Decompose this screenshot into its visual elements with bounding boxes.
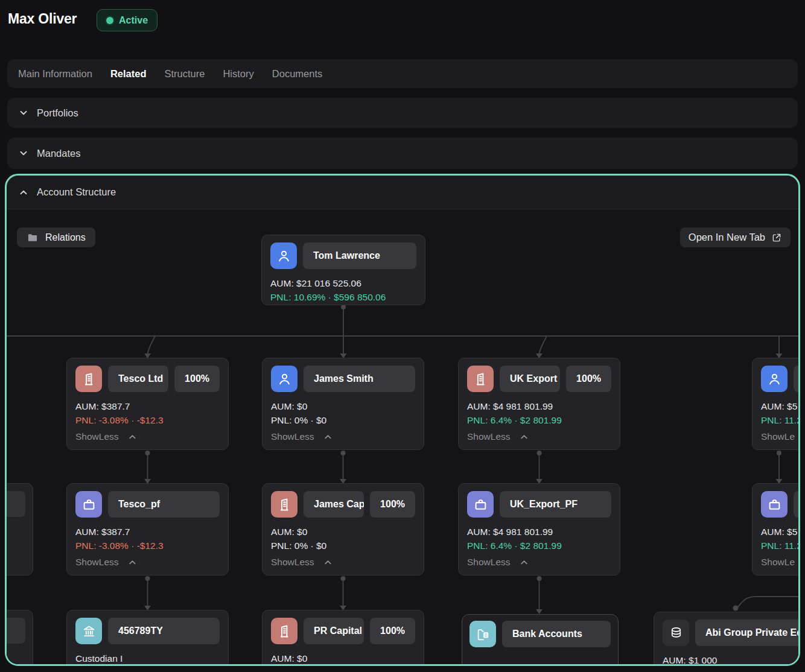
panel-portfolios-label: Portfolios [37,107,78,119]
tree-node-abi-group[interactable]: Abi Group Private Eq..AUM: $1 000 [654,612,798,665]
node-pnl: PNL: 6.4% · $2 801.99 [467,415,611,426]
node-aum: AUM: $0 [271,653,415,664]
chevron-up-icon [323,433,332,442]
briefcase-icon [467,491,494,518]
node-subtitle: Custodian I [75,653,220,664]
show-less-toggle[interactable]: ShowLess [271,557,415,568]
chevron-up-icon [128,558,137,567]
node-label [7,618,25,644]
tree-node-tesco-pf[interactable]: Tesco_pfAUM: $387.7PNL: -3.08% · -$12.3S… [66,483,229,575]
chevron-down-icon [18,107,29,118]
node-label: Tesco Ltd [108,366,168,392]
tree-node-partial-left-row3[interactable] [7,483,33,575]
ownership-badge: 100% [566,366,611,392]
node-aum: AUM: $5 [761,401,798,412]
account-structure-label: Account Structure [37,186,116,198]
panel-account-structure: Account Structure [5,174,800,666]
coins-icon [663,620,689,646]
panel-mandates[interactable]: Mandates [7,138,798,169]
node-label: Bank Accounts [502,621,611,647]
chevron-up-icon [520,433,529,442]
node-aum: AUM: $0 [271,401,415,412]
show-less-toggle[interactable]: ShowLess [271,431,415,442]
tree-node-row3-right[interactable]: PAUM: $5PNL: 11.2ShowLe [752,483,798,575]
show-less-label: ShowLess [467,557,511,568]
open-in-new-tab-button[interactable]: Open In New Tab [680,227,791,247]
panel-portfolios[interactable]: Portfolios [7,98,798,128]
show-less-label: ShowLe [761,431,795,442]
bank-folder-icon [469,621,496,647]
tree-node-partial-left-row4[interactable] [7,610,33,665]
node-pnl: PNL: 6.4% · $2 801.99 [467,540,611,551]
node-aum: AUM: $0 [271,527,415,537]
external-link-icon [771,232,782,243]
node-pnl: PNL: 10.69% · $596 850.06 [270,292,416,303]
tree-node-tesco-ltd[interactable]: Tesco Ltd100%AUM: $387.7PNL: -3.08% · -$… [66,358,229,450]
briefcase-icon [75,491,102,518]
status-badge: Active [97,9,158,31]
building-icon [75,366,102,392]
node-aum: AUM: $5 [761,527,798,537]
account-page: Max Oliver Active Main InformationRelate… [0,0,805,672]
person-icon [761,366,788,392]
node-pnl: PNL: 11.2 [761,415,798,426]
open-in-new-tab-label: Open In New Tab [689,232,765,243]
node-label: James Cap… [304,491,364,518]
building-icon [271,491,298,518]
tab-documents[interactable]: Documents [272,68,322,80]
show-less-toggle[interactable]: ShowLess [75,557,220,568]
status-dot-icon [106,17,113,24]
building-icon [467,366,494,392]
show-less-toggle[interactable]: ShowLe [761,431,798,442]
node-label [7,491,25,517]
node-label: Tom Lawrence [303,242,416,269]
relations-button[interactable]: Relations [17,227,95,247]
person-icon [270,242,297,269]
tree-node-james-smith[interactable]: James SmithAUM: $0PNL: 0% · $0ShowLess [262,358,424,450]
show-less-label: ShowLess [271,557,314,568]
ownership-badge: 100% [370,618,415,644]
node-aum: AUM: $4 981 801.99 [467,401,611,412]
node-aum: AUM: $4 981 801.99 [467,527,611,537]
node-pnl: PNL: 0% · $0 [271,540,415,551]
node-label: PR Capital [304,618,364,644]
show-less-toggle[interactable]: ShowLe [761,557,798,568]
tree-node-james-capital[interactable]: James Cap…100%AUM: $0PNL: 0% · $0ShowLes… [262,483,424,575]
show-less-label: ShowLess [467,431,511,442]
page-title: Max Oliver [8,11,77,27]
chevron-up-icon [18,187,29,198]
tab-related[interactable]: Related [110,68,147,80]
tree-node-tom-lawrence[interactable]: Tom LawrenceAUM: $21 016 525.06PNL: 10.6… [261,235,425,305]
tab-history[interactable]: History [223,68,253,80]
tree-node-uk-export[interactable]: UK Export …100%AUM: $4 981 801.99PNL: 6.… [458,358,620,450]
account-structure-header[interactable]: Account Structure [7,176,798,209]
node-label: UK Export … [500,366,560,392]
tab-bar: Main InformationRelatedStructureHistoryD… [7,59,798,88]
panel-mandates-label: Mandates [37,148,80,159]
show-less-toggle[interactable]: ShowLess [467,557,611,568]
node-label: James Smith [304,366,415,392]
show-less-toggle[interactable]: ShowLess [467,431,611,442]
tree-node-uk-export-pf[interactable]: UK_Export_PFAUM: $4 981 801.99PNL: 6.4% … [458,483,620,575]
tab-structure[interactable]: Structure [165,68,205,80]
node-aum: AUM: $387.7 [75,527,220,537]
tree-node-custodian-456789ty[interactable]: 456789TYCustodian I [66,610,229,665]
relations-label: Relations [45,232,86,243]
show-less-label: ShowLe [761,557,795,568]
ownership-badge: 100% [370,491,415,518]
node-label: P [794,491,798,518]
tab-main-information[interactable]: Main Information [18,68,92,80]
node-pnl: PNL: 0% · $0 [271,415,415,426]
chevron-up-icon [128,433,137,442]
tree-canvas[interactable]: Relations Open In New Tab Tom LawrenceAU… [7,209,798,665]
ownership-badge: 100% [174,366,220,392]
show-less-toggle[interactable]: ShowLess [75,431,220,442]
status-label: Active [119,15,148,26]
node-label: Abi Group Private Eq.. [695,620,798,646]
show-less-label: ShowLess [75,557,119,568]
folder-icon [27,232,39,244]
tree-node-row2-right[interactable]: MAUM: $5PNL: 11.2ShowLe [752,358,798,450]
node-label: Tesco_pf [108,491,220,518]
tree-node-bank-accounts[interactable]: Bank AccountsShowLess [462,614,619,665]
tree-node-pr-capital[interactable]: PR Capital100%AUM: $0 [262,610,424,665]
